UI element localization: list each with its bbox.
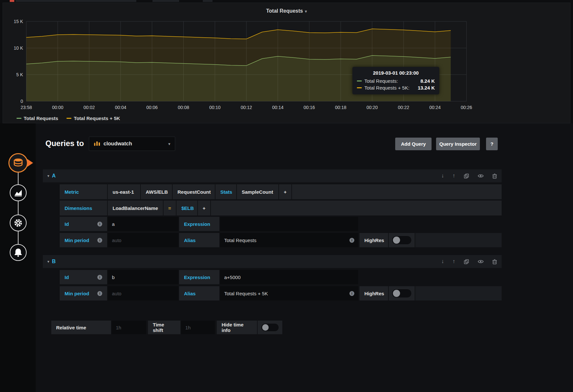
metric-name-segment[interactable]: RequestCount	[173, 184, 215, 199]
svg-text:23:58: 23:58	[20, 105, 32, 110]
min-period-input-wrap	[108, 233, 178, 247]
add-dimension-button[interactable]: +	[198, 201, 210, 215]
svg-text:5 K: 5 K	[16, 72, 23, 77]
eye-icon[interactable]	[478, 259, 484, 264]
tooltip-series-value: 13.24 K	[418, 85, 435, 91]
highres-toggle[interactable]	[392, 236, 412, 245]
datasource-name: cloudwatch	[104, 141, 132, 147]
svg-text:00:16: 00:16	[304, 105, 315, 110]
min-period-input-wrap	[108, 286, 178, 300]
hide-time-info-toggle[interactable]	[261, 323, 279, 332]
move-down-icon[interactable]: ↓	[441, 258, 444, 265]
tab-visualization[interactable]	[10, 184, 27, 201]
row-filler	[415, 286, 502, 300]
id-input[interactable]	[108, 217, 181, 231]
tab-alert[interactable]	[10, 244, 27, 261]
id-input-wrap	[108, 270, 178, 284]
row-filler	[415, 233, 502, 247]
min-period-label-text: Min period	[65, 238, 89, 243]
svg-text:00:08: 00:08	[178, 105, 189, 110]
dimension-key-segment[interactable]: LoadBalancerName	[108, 201, 163, 215]
trash-icon[interactable]	[492, 173, 497, 179]
toggle-knob	[393, 237, 400, 244]
query-ref-letter[interactable]: B	[52, 259, 56, 264]
highres-toggle-cell	[389, 233, 415, 247]
trash-icon[interactable]	[492, 259, 497, 264]
alias-label: Alias	[179, 233, 219, 247]
metric-namespace-segment[interactable]: AWS/ELB	[141, 184, 172, 199]
svg-text:00:24: 00:24	[429, 105, 441, 110]
duplicate-icon[interactable]	[464, 173, 469, 179]
relative-time-input-wrap	[112, 321, 146, 334]
chevron-down-icon: ▾	[168, 141, 170, 146]
dimensions-label: Dimensions	[60, 201, 107, 215]
datasource-picker[interactable]: cloudwatch ▾	[89, 137, 175, 151]
eye-icon[interactable]	[478, 174, 484, 178]
query-b-header: ▾ B ↓ ↑	[43, 255, 502, 268]
graph-icon	[14, 188, 23, 197]
legend-color-dash	[17, 118, 21, 119]
metric-label: Metric	[60, 184, 107, 199]
id-input[interactable]	[108, 270, 181, 284]
alias-input[interactable]	[220, 233, 349, 247]
expression-label: Expression	[179, 217, 219, 231]
info-icon[interactable]: i	[97, 222, 102, 227]
svg-text:00:04: 00:04	[115, 105, 126, 110]
min-period-input[interactable]	[108, 286, 181, 300]
info-icon[interactable]: i	[97, 291, 102, 296]
time-shift-input-wrap	[181, 321, 215, 334]
move-up-icon[interactable]: ↑	[453, 258, 456, 265]
query-ref-letter[interactable]: A	[52, 173, 56, 179]
alias-input-wrap: i	[220, 233, 358, 247]
highres-toggle[interactable]	[392, 289, 412, 298]
series-color-dash	[357, 87, 362, 88]
svg-text:00:22: 00:22	[398, 105, 409, 110]
grafana-dashboard-edit-screen: { "colors": { "accent_blue": "#33b5e5", …	[0, 0, 573, 392]
time-shift-label: Time shift	[148, 321, 180, 334]
query-a-header: ▾ A ↓ ↑	[43, 169, 502, 182]
add-stat-button[interactable]: +	[279, 184, 291, 199]
svg-text:00:20: 00:20	[366, 105, 378, 110]
alias-input[interactable]	[220, 286, 349, 300]
chart-legend: Total Requests Total Requests + 5K	[17, 116, 120, 121]
min-period-input[interactable]	[108, 233, 181, 247]
metric-region-segment[interactable]: us-east-1	[108, 184, 140, 199]
active-tab-arrow-icon	[27, 159, 33, 167]
dimension-value-segment[interactable]: $ELB	[177, 201, 197, 215]
tooltip-series-label: Total Requests + 5K:	[364, 85, 409, 91]
info-icon[interactable]: i	[349, 291, 354, 296]
info-icon[interactable]: i	[349, 238, 354, 243]
id-label-text: Id	[65, 275, 69, 280]
legend-label: Total Requests + 5K	[74, 116, 120, 121]
dimension-equals: =	[164, 201, 176, 215]
move-down-icon[interactable]: ↓	[441, 173, 444, 179]
collapse-caret-icon[interactable]: ▾	[47, 259, 49, 264]
expression-input-wrap	[220, 270, 358, 284]
tab-queries[interactable]	[8, 153, 28, 173]
query-inspector-button[interactable]: Query Inspector	[436, 138, 480, 150]
legend-item[interactable]: Total Requests	[17, 116, 58, 121]
move-up-icon[interactable]: ↑	[453, 173, 456, 179]
collapse-caret-icon[interactable]: ▾	[47, 174, 49, 178]
toggle-knob	[393, 290, 400, 297]
expression-input[interactable]	[220, 270, 358, 284]
duplicate-icon[interactable]	[464, 259, 469, 264]
info-icon[interactable]: i	[97, 275, 102, 280]
info-icon[interactable]: i	[97, 238, 102, 243]
svg-text:00:02: 00:02	[83, 105, 95, 110]
bell-icon	[13, 248, 23, 257]
queries-to-heading: Queries to	[45, 139, 84, 148]
series-color-dash	[357, 80, 362, 81]
tab-general[interactable]	[10, 214, 27, 231]
svg-text:0: 0	[20, 99, 23, 104]
help-button[interactable]: ?	[486, 138, 498, 150]
legend-item[interactable]: Total Requests + 5K	[67, 116, 120, 121]
stat-segment[interactable]: SampleCount	[237, 184, 278, 199]
tooltip-series-value: 8.24 K	[421, 78, 435, 84]
svg-text:00:14: 00:14	[272, 105, 284, 110]
time-series-chart[interactable]: 05 K10 K15 K23:5800:0000:0200:0400:0600:…	[3, 13, 571, 118]
expression-input[interactable]	[220, 217, 358, 231]
add-query-button[interactable]: Add Query	[395, 138, 432, 150]
row-filler	[211, 201, 502, 215]
highres-toggle-cell	[389, 286, 415, 300]
